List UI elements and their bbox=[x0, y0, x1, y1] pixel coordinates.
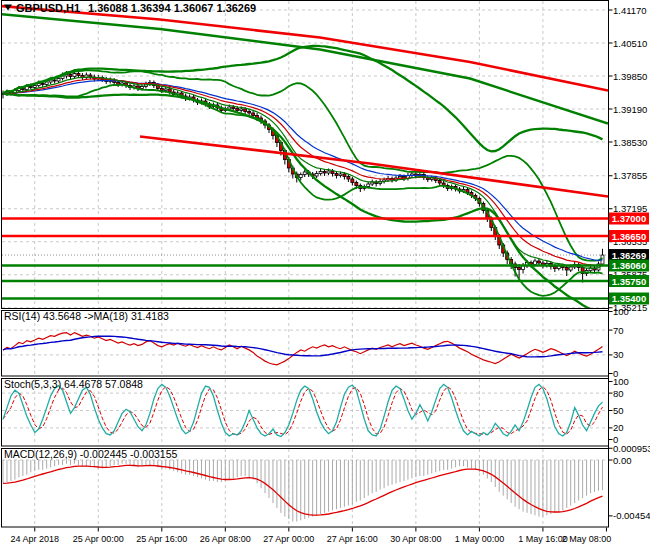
candle-body bbox=[164, 89, 167, 91]
time-axis-label: 30 Apr 08:00 bbox=[390, 534, 441, 544]
candle-body bbox=[299, 175, 302, 178]
candle-body bbox=[160, 89, 163, 91]
candle-body bbox=[339, 174, 342, 176]
rsi-indicator-label: RSI(14) 43.5648 ->MA(18) 31.4183 bbox=[4, 310, 169, 322]
time-axis-label: 1 May 16:00 bbox=[518, 534, 568, 544]
axis-label: 1.39190 bbox=[613, 104, 647, 115]
candle-body bbox=[438, 181, 441, 184]
axis-label: 80 bbox=[613, 388, 624, 399]
candle-body bbox=[315, 174, 318, 177]
candle-body bbox=[33, 86, 36, 88]
candle-body bbox=[323, 172, 326, 174]
time-axis-label: 2 May 08:00 bbox=[562, 534, 612, 544]
candle-body bbox=[240, 109, 243, 111]
chart-title-ohlc: 1.36088 1.36394 1.36067 1.36269 bbox=[88, 2, 256, 14]
candle-body bbox=[140, 87, 143, 89]
candle-body bbox=[303, 172, 306, 175]
macd-pane[interactable] bbox=[2, 460, 608, 522]
candle-body bbox=[69, 75, 72, 77]
price-tag: 1.36060 bbox=[609, 260, 649, 272]
time-axis-label: 25 Apr 00:00 bbox=[73, 534, 124, 544]
macd-indicator-label: MACD(12,26,9) -0.002445 -0.003155 bbox=[4, 448, 178, 460]
main-price-pane[interactable] bbox=[0, 6, 609, 313]
time-axis-label: 1 May 00:00 bbox=[455, 534, 505, 544]
time-axis[interactable]: 24 Apr 201825 Apr 00:0025 Apr 16:0026 Ap… bbox=[10, 528, 611, 544]
candle-body bbox=[41, 84, 44, 85]
candle-body bbox=[77, 74, 80, 76]
stochastic-indicator-label: Stoch(5,3,3) 64.4678 57.0848 bbox=[4, 378, 143, 390]
time-axis-label: 27 Apr 00:00 bbox=[263, 534, 314, 544]
candle-body bbox=[367, 184, 370, 187]
candle-body bbox=[21, 89, 24, 90]
svg-text:1.36650: 1.36650 bbox=[612, 231, 646, 242]
axis-label: 30 bbox=[613, 349, 624, 360]
axis-label: 100 bbox=[613, 306, 629, 317]
chart-window: 1.411701.405101.398501.391901.385301.378… bbox=[0, 0, 650, 550]
candle-body bbox=[45, 82, 48, 85]
axis-label: 1.40510 bbox=[613, 38, 647, 49]
candle-body bbox=[518, 268, 521, 270]
svg-text:1.35400: 1.35400 bbox=[612, 293, 646, 304]
chart-title-symbol: GBPUSD,H1 bbox=[16, 2, 80, 14]
candle-body bbox=[29, 87, 32, 88]
candle-body bbox=[232, 107, 235, 109]
svg-text:1.37000: 1.37000 bbox=[612, 213, 646, 224]
candle-body bbox=[53, 80, 56, 81]
stochastic-pane[interactable] bbox=[2, 384, 608, 436]
price-tags-layer: 1.370001.366501.362691.360601.357501.354… bbox=[609, 213, 649, 305]
candle-body bbox=[244, 109, 247, 112]
axis-label: 0.000953 bbox=[613, 443, 650, 454]
candle-body bbox=[343, 174, 346, 177]
price-tag: 1.37000 bbox=[609, 213, 649, 225]
rsi-line bbox=[3, 333, 603, 365]
axis-label: 70 bbox=[613, 325, 624, 336]
candle-body bbox=[569, 267, 572, 270]
svg-text:1.36060: 1.36060 bbox=[612, 260, 646, 271]
candle-body bbox=[355, 183, 358, 186]
candlestick-chart-canvas[interactable]: 1.411701.405101.398501.391901.385301.378… bbox=[0, 0, 650, 550]
time-axis-label: 25 Apr 16:00 bbox=[136, 534, 187, 544]
candle-body bbox=[252, 113, 255, 116]
axis-label: -0.004543 bbox=[613, 510, 650, 521]
axis-label: 1.37855 bbox=[613, 170, 647, 181]
axis-label: 50 bbox=[613, 405, 624, 416]
candle-body bbox=[565, 268, 568, 271]
time-axis-label: 26 Apr 08:00 bbox=[200, 534, 251, 544]
candle-body bbox=[351, 179, 354, 183]
candle-body bbox=[73, 74, 76, 77]
axis-label: 0.00 bbox=[613, 455, 632, 466]
time-axis-label: 27 Apr 16:00 bbox=[327, 534, 378, 544]
candle-body bbox=[327, 171, 330, 173]
axis-label: 20 bbox=[613, 422, 624, 433]
axis-label: 1.38530 bbox=[613, 137, 647, 148]
macd-signal-line bbox=[3, 465, 603, 515]
time-axis-label: 24 Apr 2018 bbox=[10, 534, 59, 544]
candle-body bbox=[533, 261, 536, 265]
svg-text:1.35750: 1.35750 bbox=[612, 276, 646, 287]
candle-body bbox=[399, 177, 402, 179]
axis-label: 1.39850 bbox=[613, 71, 647, 82]
moving-average-line bbox=[3, 79, 603, 266]
svg-text:1.36269: 1.36269 bbox=[612, 250, 646, 261]
candle-body bbox=[248, 112, 251, 114]
price-tag: 1.35750 bbox=[609, 275, 649, 287]
candle-body bbox=[319, 172, 322, 174]
moving-average-line bbox=[3, 81, 603, 261]
price-tag: 1.35400 bbox=[609, 293, 649, 305]
price-tag: 1.36650 bbox=[609, 230, 649, 242]
axis-label: 100 bbox=[613, 376, 629, 387]
rsi-pane[interactable] bbox=[2, 330, 608, 365]
candle-body bbox=[236, 109, 239, 111]
rsi-ma-line bbox=[3, 336, 603, 357]
candle-body bbox=[347, 177, 350, 180]
bollinger-band bbox=[3, 46, 603, 152]
axis-label: 1.41170 bbox=[613, 5, 647, 16]
candle-body bbox=[57, 79, 60, 82]
candle-body bbox=[335, 174, 338, 176]
candle-body bbox=[537, 261, 540, 263]
